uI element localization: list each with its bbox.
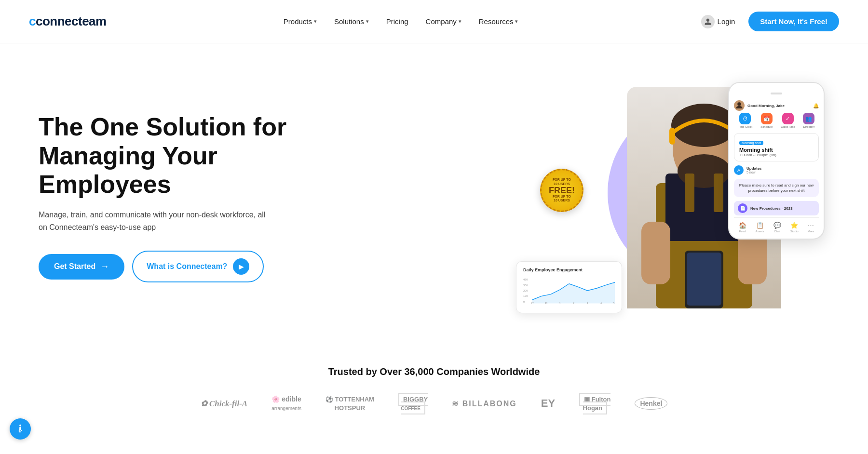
nav-feed[interactable]: 🏠 Feed bbox=[739, 222, 746, 233]
navbar: cconnecteam Products ▾ Solutions ▾ Prici… bbox=[0, 0, 868, 43]
notch-icon bbox=[767, 92, 786, 95]
svg-text:4: 4 bbox=[600, 302, 602, 305]
nav-more[interactable]: ⋯ More bbox=[808, 222, 814, 233]
phone-icons-row: ⏱ Time Clock 📅 Schedule ✓ Quick Task 👥 D… bbox=[734, 113, 819, 128]
logo-henkel: Henkel bbox=[635, 399, 667, 408]
svg-text:27: 27 bbox=[531, 302, 534, 305]
svg-rect-13 bbox=[771, 93, 782, 94]
logo[interactable]: cconnecteam bbox=[29, 14, 107, 29]
bell-icon: 🔔 bbox=[813, 103, 819, 108]
accessibility-button[interactable] bbox=[10, 418, 31, 436]
directory-label: Directory bbox=[803, 125, 814, 128]
free-badge: FOR UP TO10 USERS FREE! FOR UP TO10 USER… bbox=[540, 169, 583, 212]
nav-chat[interactable]: 💬 Chat bbox=[773, 222, 781, 233]
svg-text:1: 1 bbox=[559, 302, 561, 305]
doc-label: New Procedures - 2023 bbox=[750, 206, 793, 211]
user-icon bbox=[701, 15, 715, 28]
nav-links: Products ▾ Solutions ▾ Pricing Company ▾… bbox=[277, 13, 525, 29]
time-clock-icon: ⏱ bbox=[739, 113, 751, 124]
update-row: A Updates 5 new bbox=[734, 165, 819, 175]
chevron-down-icon: ▾ bbox=[459, 18, 461, 25]
phone-notch bbox=[734, 89, 819, 97]
doc-row: 📄 New Procedures - 2023 bbox=[734, 201, 819, 215]
logo-fulton-hogan: ▣ FultonHogan bbox=[579, 395, 610, 412]
chevron-down-icon: ▾ bbox=[366, 18, 369, 25]
logos-row: ✿ Chick-fil-A 🌸 ediblearrangements ⚽ TOT… bbox=[29, 395, 839, 412]
svg-text:200: 200 bbox=[523, 289, 528, 292]
shift-card: Morning shift Morning shift 7:00am - 3:0… bbox=[734, 133, 819, 161]
login-button[interactable]: Login bbox=[695, 11, 741, 32]
svg-rect-12 bbox=[714, 174, 723, 212]
svg-text:3: 3 bbox=[587, 302, 588, 305]
hero-subtitle: Manage, train, and communicate with your… bbox=[39, 209, 270, 233]
logo-tottenham-hotspur: ⚽ TOTTENHAMHOTSPUR bbox=[326, 395, 374, 412]
trusted-title: Trusted by Over 36,000 Companies Worldwi… bbox=[29, 366, 839, 377]
quick-task-icon: ✓ bbox=[782, 113, 794, 124]
shift-badge: Morning shift bbox=[739, 141, 763, 145]
chart-title: Daily Employee Engagement bbox=[523, 267, 615, 272]
shift-time: 7:00am - 3:00pm (8h) bbox=[739, 153, 814, 157]
what-is-connecteam-button[interactable]: What is Connecteam? ▶ bbox=[132, 251, 264, 282]
studio-icon: ⭐ bbox=[790, 222, 798, 229]
time-clock-label: Time Clock bbox=[738, 125, 752, 128]
play-icon: ▶ bbox=[233, 258, 249, 275]
arrow-right-icon: → bbox=[100, 262, 109, 272]
svg-text:100: 100 bbox=[523, 294, 528, 297]
trusted-section: Trusted by Over 36,000 Companies Worldwi… bbox=[0, 342, 868, 436]
svg-text:2: 2 bbox=[573, 302, 574, 305]
logo-chick-fil-a: ✿ Chick-fil-A bbox=[201, 399, 248, 409]
free-badge-main-text: FREE! bbox=[549, 186, 575, 195]
phone-mockup: Good Morning, Jake 🔔 ⏱ Time Clock 📅 Sche… bbox=[728, 82, 825, 240]
message-box: Please make sure to read and sign our ne… bbox=[734, 179, 819, 197]
svg-rect-11 bbox=[685, 174, 694, 212]
chart-widget: Daily Employee Engagement 450 300 200 10… bbox=[516, 261, 622, 313]
logo-text: cconnecteam bbox=[29, 14, 107, 29]
doc-icon: 📄 bbox=[738, 203, 747, 213]
hero-title: The One Solution for Managing Your Emplo… bbox=[39, 113, 328, 199]
accessibility-icon bbox=[15, 424, 26, 434]
directory-icon-item[interactable]: 👥 Directory bbox=[803, 113, 814, 128]
logo-c: c bbox=[29, 14, 36, 28]
nav-solutions[interactable]: Solutions ▾ bbox=[327, 13, 376, 29]
shift-title: Morning shift bbox=[739, 147, 814, 153]
logo-ey: EY bbox=[541, 397, 555, 410]
hero-illustration: FOR UP TO10 USERS FREE! FOR UP TO10 USER… bbox=[502, 72, 829, 323]
update-text: Updates 5 new bbox=[746, 166, 819, 174]
update-avatar: A bbox=[734, 165, 744, 175]
chart-svg: 450 300 200 100 0 27 30 1 2 3 4 5 bbox=[523, 276, 615, 305]
logo-edible-arrangements: 🌸 ediblearrangements bbox=[271, 395, 301, 412]
svg-text:300: 300 bbox=[523, 284, 528, 287]
quick-task-label: Quick Task bbox=[781, 125, 795, 128]
start-now-button[interactable]: Start Now, It's Free! bbox=[748, 12, 839, 31]
chat-icon: 💬 bbox=[773, 222, 781, 229]
nav-pricing[interactable]: Pricing bbox=[380, 13, 415, 29]
nav-studio[interactable]: ⭐ Studio bbox=[790, 222, 799, 233]
svg-rect-10 bbox=[687, 253, 721, 306]
nav-resources[interactable]: Resources ▾ bbox=[472, 13, 525, 29]
chevron-down-icon: ▾ bbox=[314, 18, 317, 25]
hero-section: The One Solution for Managing Your Emplo… bbox=[0, 43, 868, 342]
hero-buttons: Get Started → What is Connecteam? ▶ bbox=[39, 251, 328, 282]
nav-company[interactable]: Company ▾ bbox=[419, 13, 468, 29]
nav-products[interactable]: Products ▾ bbox=[277, 13, 324, 29]
get-started-button[interactable]: Get Started → bbox=[39, 254, 124, 280]
schedule-icon-item[interactable]: 📅 Schedule bbox=[760, 113, 773, 128]
feed-icon: 🏠 bbox=[739, 222, 746, 229]
svg-point-28 bbox=[19, 425, 21, 427]
svg-rect-7 bbox=[641, 222, 670, 284]
more-icon: ⋯ bbox=[808, 222, 814, 229]
nav-assets[interactable]: 📋 Assets bbox=[756, 222, 764, 233]
time-clock-icon-item[interactable]: ⏱ Time Clock bbox=[738, 113, 752, 128]
hero-left: The One Solution for Managing Your Emplo… bbox=[39, 113, 328, 283]
phone-bottom-nav: 🏠 Feed 📋 Assets 💬 Chat ⭐ Studio ⋯ M bbox=[734, 217, 819, 233]
svg-text:450: 450 bbox=[523, 278, 528, 281]
svg-text:0: 0 bbox=[523, 300, 525, 303]
quick-task-icon-item[interactable]: ✓ Quick Task bbox=[781, 113, 795, 128]
free-badge-bottom-text: FOR UP TO10 USERS bbox=[553, 195, 571, 203]
logo-billabong: ≋ BILLABONG bbox=[452, 399, 517, 408]
directory-icon: 👥 bbox=[803, 113, 814, 124]
svg-marker-20 bbox=[532, 282, 615, 304]
chevron-down-icon: ▾ bbox=[515, 18, 518, 25]
assets-icon: 📋 bbox=[756, 222, 764, 229]
svg-text:30: 30 bbox=[545, 302, 548, 305]
